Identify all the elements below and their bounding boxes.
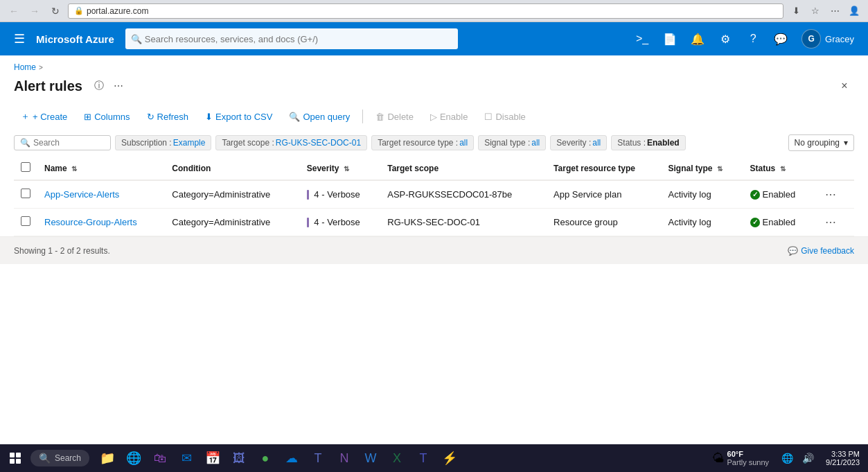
lock-icon: 🔒 <box>74 6 84 15</box>
subscription-filter[interactable]: Subscription : Example <box>115 135 211 150</box>
close-button[interactable]: × <box>835 76 854 96</box>
row-name: Resource-Group-Alerts <box>37 209 165 236</box>
search-icon: 🔍 <box>131 34 142 44</box>
row-target-scope: ASP-RGUKSSECDOC01-87be <box>380 180 547 209</box>
breadcrumb: Home > <box>0 55 868 72</box>
refresh-icon: ↻ <box>147 112 154 122</box>
user-menu[interactable]: G Gracey <box>796 26 860 51</box>
signal-type-filter[interactable]: Signal type : all <box>478 135 546 150</box>
refresh-button[interactable]: ↻ <box>47 3 64 19</box>
more-actions-button[interactable]: ⋯ <box>821 214 840 230</box>
subscription-label: Subscription : <box>121 138 172 148</box>
sort-severity-icon: ⇅ <box>344 165 349 173</box>
table-row: App-Service-Alerts Category=Administrati… <box>14 180 854 209</box>
back-button[interactable]: ← <box>6 3 22 19</box>
row-target-resource-type: Resource group <box>547 209 661 236</box>
enable-button[interactable]: ▷ Enable <box>423 108 475 125</box>
row-checkbox-cell[interactable] <box>14 180 37 209</box>
feedback-icon: 💬 <box>788 246 798 256</box>
status-dot: ✓ <box>750 218 760 227</box>
status-value: Enabled <box>647 138 680 148</box>
forward-button[interactable]: → <box>26 3 43 19</box>
feedback-button[interactable]: 💬 Give feedback <box>788 246 854 256</box>
row-checkbox[interactable] <box>21 216 30 226</box>
cloud-shell-icon[interactable]: >_ <box>630 26 655 51</box>
settings-icon[interactable]: ⚙ <box>713 26 738 51</box>
row-signal-type: Activity log <box>661 180 743 209</box>
grouping-select[interactable]: No grouping ▾ <box>788 134 854 151</box>
select-all-checkbox-header[interactable] <box>14 157 37 180</box>
col-target-resource[interactable]: Target resource type <box>547 157 661 180</box>
row-more-actions[interactable]: ⋯ <box>814 180 854 209</box>
alert-link[interactable]: App-Service-Alerts <box>44 189 119 200</box>
status-enabled: ✓ Enabled <box>750 217 808 227</box>
page-content: Home > Alert rules ⓘ ⋯ × ＋ + Create ⊞ Co… <box>0 55 868 444</box>
hamburger-menu[interactable]: ☰ <box>8 28 30 49</box>
target-scope-value: RG-UKS-SEC-DOC-01 <box>276 138 361 148</box>
col-actions <box>814 157 854 180</box>
notifications-icon[interactable]: 🔔 <box>685 26 710 51</box>
breadcrumb-home[interactable]: Home <box>14 62 36 72</box>
sort-name-icon: ⇅ <box>71 165 77 173</box>
browser-right-icons: ⬇ ☆ ⋯ 👤 <box>788 3 862 19</box>
search-input[interactable] <box>33 138 105 148</box>
target-scope-label: Target scope : <box>222 138 274 148</box>
row-checkbox[interactable] <box>21 189 30 198</box>
enable-icon: ▷ <box>430 112 437 122</box>
download-icon[interactable]: ⬇ <box>788 3 804 19</box>
create-icon: ＋ <box>21 110 30 123</box>
row-checkbox-cell[interactable] <box>14 209 37 236</box>
signal-value: all <box>531 138 540 148</box>
directory-icon[interactable]: 📄 <box>657 26 682 51</box>
delete-button[interactable]: 🗑 Delete <box>369 108 420 125</box>
info-icon[interactable]: ⓘ <box>91 78 107 94</box>
col-target-scope[interactable]: Target scope <box>380 157 547 180</box>
favorites-icon[interactable]: ☆ <box>807 3 824 19</box>
toolbar-separator <box>362 110 363 123</box>
target-scope-filter[interactable]: Target scope : RG-UKS-SEC-DOC-01 <box>215 135 367 150</box>
search-box[interactable]: 🔍 <box>14 135 111 150</box>
status-filter[interactable]: Status : Enabled <box>611 135 685 150</box>
table-header-row: Name ⇅ Condition Severity ⇅ Target scope <box>14 157 854 180</box>
filters-row: 🔍 Subscription : Example Target scope : … <box>0 132 868 157</box>
ellipsis-icon[interactable]: ⋯ <box>110 78 127 94</box>
create-button[interactable]: ＋ + Create <box>14 107 74 126</box>
query-button[interactable]: 🔍 Open query <box>282 108 357 125</box>
disable-button[interactable]: ☐ Disable <box>477 108 532 125</box>
col-severity[interactable]: Severity ⇅ <box>300 157 381 180</box>
row-status: ✓ Enabled <box>743 180 815 209</box>
export-button[interactable]: ⬇ Export to CSV <box>198 108 279 125</box>
browser-menu-icon[interactable]: ⋯ <box>826 3 843 19</box>
azure-search-input[interactable] <box>125 28 458 49</box>
severity-label: Severity : <box>556 138 591 148</box>
feedback-icon[interactable]: 💬 <box>768 26 793 51</box>
row-severity: 4 - Verbose <box>300 180 381 209</box>
severity-indicator <box>307 190 309 200</box>
col-status[interactable]: Status ⇅ <box>743 157 815 180</box>
target-resource-label: Target resource type : <box>378 138 458 148</box>
severity-label: 4 - Verbose <box>314 218 360 228</box>
refresh-button[interactable]: ↻ Refresh <box>140 108 196 125</box>
alert-link[interactable]: Resource-Group-Alerts <box>44 217 137 227</box>
status-dot: ✓ <box>750 190 760 200</box>
status-label: Status : <box>617 138 646 148</box>
select-all-checkbox[interactable] <box>21 162 30 172</box>
col-condition[interactable]: Condition <box>165 157 299 180</box>
severity-label: 4 - Verbose <box>314 190 360 200</box>
help-icon[interactable]: ? <box>741 26 765 51</box>
severity-filter[interactable]: Severity : all <box>550 135 607 150</box>
severity-value: all <box>592 138 601 148</box>
row-more-actions[interactable]: ⋯ <box>814 209 854 236</box>
profile-icon[interactable]: 👤 <box>846 3 862 19</box>
page-header: Alert rules ⓘ ⋯ × <box>0 72 868 104</box>
address-bar[interactable]: 🔒 portal.azure.com <box>68 3 783 19</box>
more-actions-button[interactable]: ⋯ <box>821 186 840 202</box>
target-resource-filter[interactable]: Target resource type : all <box>371 135 474 150</box>
col-signal-type[interactable]: Signal type ⇅ <box>661 157 743 180</box>
col-name[interactable]: Name ⇅ <box>37 157 165 180</box>
row-condition: Category=Administrative <box>165 180 299 209</box>
delete-icon: 🗑 <box>375 112 384 122</box>
sort-status-icon: ⇅ <box>780 165 786 173</box>
azure-navbar: ☰ Microsoft Azure 🔍 >_ 📄 🔔 ⚙ ? 💬 G Grace… <box>0 22 868 55</box>
columns-button[interactable]: ⊞ Columns <box>77 108 136 125</box>
